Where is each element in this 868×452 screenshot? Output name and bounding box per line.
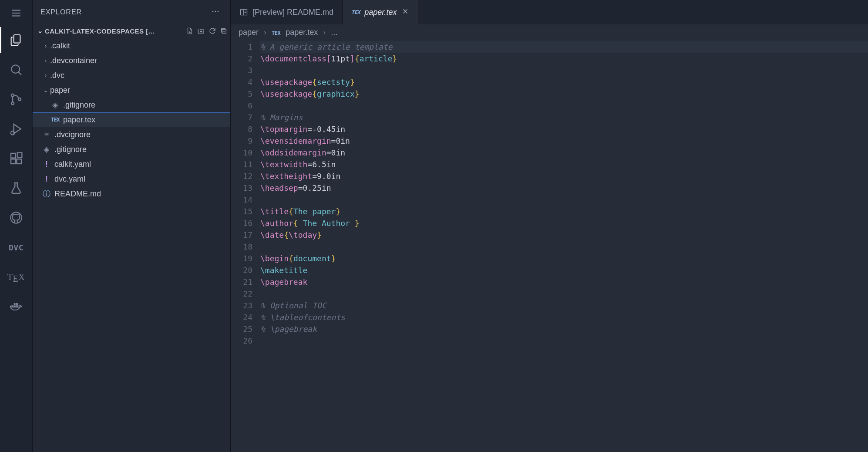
activity-github[interactable]	[0, 205, 33, 231]
tab-bar: [Preview] README.md TEX paper.tex	[231, 0, 868, 24]
tree-label: paper.tex	[63, 115, 95, 125]
svg-rect-30	[241, 9, 247, 15]
chevron-down-icon: ⌄	[41, 87, 50, 94]
activity-explorer[interactable]	[0, 27, 33, 53]
chevron-down-icon: ⌄	[36, 27, 45, 35]
chevron-right-icon: ›	[323, 28, 326, 37]
tree-label: .gitignore	[54, 145, 87, 154]
yaml-icon: !	[41, 160, 52, 169]
tree-folder-devcontainer[interactable]: › .devcontainer	[33, 53, 230, 68]
tab-label: [Preview] README.md	[252, 8, 333, 17]
new-folder-icon[interactable]	[197, 27, 205, 35]
tree-label: paper	[50, 86, 70, 95]
activity-dvc[interactable]: DVC	[0, 234, 33, 260]
repo-name-label: CALKIT-LATEX-CODESPACES [...	[45, 27, 186, 35]
breadcrumb-more[interactable]: ...	[331, 28, 337, 37]
tree-folder-calkit[interactable]: › .calkit	[33, 38, 230, 53]
svg-point-4	[11, 65, 20, 73]
svg-rect-19	[14, 303, 16, 305]
menu-button[interactable]	[0, 3, 33, 24]
activity-run-debug[interactable]	[0, 116, 33, 142]
tree-label: README.md	[54, 189, 101, 199]
tree-file-dvcignore[interactable]: ≡ .dvcignore	[33, 127, 230, 142]
activity-tex[interactable]: TEX	[0, 264, 33, 290]
preview-icon	[239, 8, 248, 17]
breadcrumbs[interactable]: paper › TEX paper.tex › ...	[231, 24, 868, 40]
git-icon: ◈	[41, 145, 52, 154]
collapse-all-icon[interactable]	[220, 27, 228, 35]
code-content[interactable]: % A generic article template\documentcla…	[260, 40, 868, 452]
refresh-icon[interactable]	[209, 27, 216, 35]
new-file-icon[interactable]	[186, 27, 194, 35]
activity-source-control[interactable]	[0, 86, 33, 112]
svg-point-8	[18, 98, 21, 101]
explorer-sidebar: EXPLORER ⌄ CALKIT-LATEX-CODESPACES [... …	[33, 0, 231, 452]
activity-search[interactable]	[0, 57, 33, 83]
svg-rect-13	[17, 159, 21, 164]
tex-file-icon: TEX	[50, 117, 61, 123]
svg-line-5	[18, 72, 21, 75]
tree-folder-paper[interactable]: ⌄ paper	[33, 83, 230, 98]
tree-file-readme[interactable]: ⓘ README.md	[33, 186, 230, 201]
activity-bar: DVC TEX	[0, 0, 33, 452]
tree-file-gitignore-inner[interactable]: ◈ .gitignore	[33, 98, 230, 112]
tree-file-gitignore-outer[interactable]: ◈ .gitignore	[33, 142, 230, 157]
code-editor[interactable]: 1234567891011121314151617181920212223242…	[231, 40, 868, 452]
svg-point-21	[212, 11, 214, 12]
activity-testing[interactable]	[0, 175, 33, 201]
svg-point-6	[11, 94, 14, 97]
line-number-gutter: 1234567891011121314151617181920212223242…	[231, 40, 260, 452]
close-icon[interactable]	[401, 7, 409, 17]
svg-rect-3	[14, 35, 20, 43]
editor-group: [Preview] README.md TEX paper.tex paper …	[231, 0, 868, 452]
chevron-right-icon: ›	[264, 28, 266, 37]
tree-file-paper-tex[interactable]: TEX paper.tex	[33, 112, 230, 127]
chevron-right-icon: ›	[41, 42, 50, 49]
tex-file-icon: TEX	[272, 28, 280, 37]
info-icon: ⓘ	[41, 189, 52, 199]
svg-rect-12	[11, 159, 16, 164]
breadcrumb-folder[interactable]: paper	[239, 28, 259, 37]
git-icon: ◈	[50, 100, 61, 110]
activity-docker[interactable]	[0, 293, 33, 320]
svg-rect-14	[17, 153, 22, 158]
tree-label: dvc.yaml	[54, 175, 85, 184]
svg-point-7	[11, 102, 14, 105]
chevron-right-icon: ›	[41, 57, 50, 64]
file-tree: › .calkit › .devcontainer › .dvc ⌄ paper…	[33, 37, 230, 201]
tree-label: .gitignore	[63, 101, 95, 110]
breadcrumb-file[interactable]: paper.tex	[286, 28, 318, 37]
svg-rect-11	[11, 153, 16, 158]
tree-label: .devcontainer	[50, 56, 97, 65]
tree-file-dvc-yaml[interactable]: ! dvc.yaml	[33, 172, 230, 186]
yaml-icon: !	[41, 175, 52, 184]
tab-label: paper.tex	[364, 8, 397, 17]
tab-preview-readme[interactable]: [Preview] README.md	[231, 0, 343, 24]
tree-folder-dvc[interactable]: › .dvc	[33, 68, 230, 83]
explorer-title: EXPLORER	[40, 8, 82, 16]
list-icon: ≡	[41, 130, 52, 139]
explorer-more-icon[interactable]	[209, 4, 222, 20]
tree-label: .dvc	[50, 71, 64, 80]
tree-file-calkit-yaml[interactable]: ! calkit.yaml	[33, 157, 230, 172]
explorer-section-header[interactable]: ⌄ CALKIT-LATEX-CODESPACES [...	[33, 24, 230, 37]
tex-file-icon: TEX	[351, 9, 360, 15]
tree-label: .calkit	[50, 41, 70, 51]
svg-point-23	[218, 11, 219, 12]
svg-point-22	[215, 11, 216, 12]
chevron-right-icon: ›	[41, 72, 50, 79]
tree-label: calkit.yaml	[54, 160, 91, 169]
tree-label: .dvcignore	[54, 130, 91, 139]
svg-rect-20	[16, 303, 18, 305]
tab-paper-tex[interactable]: TEX paper.tex	[343, 0, 418, 24]
activity-extensions[interactable]	[0, 145, 33, 172]
